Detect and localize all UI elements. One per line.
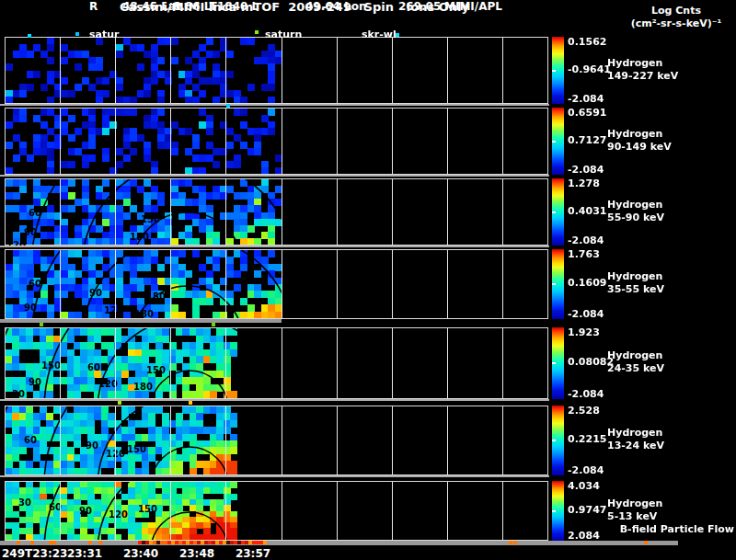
data-marker — [255, 30, 259, 34]
grid-line — [60, 109, 61, 174]
grid-line — [170, 38, 171, 103]
contour-label: 60 — [24, 436, 37, 445]
colorbar-mid-tick — [552, 362, 556, 364]
species-name: Hydrogen — [607, 128, 672, 141]
ephemeris-token: 1840 L — [217, 0, 259, 13]
bfield-note: B-field Particle Flow — [552, 523, 734, 535]
contour-label: 180 — [130, 233, 149, 242]
spectrogram-panel — [5, 37, 548, 104]
species-label: Hydrogen35-55 keV — [607, 270, 664, 296]
grid-line — [282, 109, 282, 174]
colorbar-min-label: -2.084 — [568, 388, 604, 400]
spectrogram-panel: 6090120150 — [5, 406, 548, 475]
grid-line — [502, 250, 503, 318]
species-label: Hydrogen5-13 keV — [607, 497, 662, 523]
bottom-bar-marker — [513, 541, 517, 544]
event-annotation: skr-wl — [362, 29, 397, 40]
contour-label: 90 — [86, 441, 98, 451]
contour-label: 150 — [127, 445, 146, 454]
colorbar-min-label: -2.084 — [568, 164, 604, 176]
contour-label: 180 — [133, 383, 153, 392]
colorbar-mid-label: 0.9747 — [568, 504, 606, 516]
separator-bar — [0, 104, 549, 106]
grid-line — [282, 406, 282, 474]
pitch-angle-contours — [6, 328, 237, 398]
grid-line — [170, 482, 171, 540]
grid-line — [282, 179, 282, 245]
bottom-bar-marker — [30, 541, 34, 544]
grid-line — [447, 406, 448, 474]
contour-label: 30 — [12, 390, 25, 399]
colorbar-mid-tick — [552, 211, 556, 213]
colorbar-mid-label: 0.7127 — [568, 134, 606, 146]
pitch-angle-contours — [6, 406, 237, 474]
contour-label: 30 — [18, 498, 31, 508]
energy-label: 13-24 keV — [607, 440, 664, 452]
grid-line — [115, 109, 116, 174]
grid-line — [170, 406, 171, 474]
energy-label: 35-55 keV — [607, 283, 664, 296]
energy-label: 149-227 keV — [607, 70, 678, 83]
grid-line — [502, 328, 503, 398]
colorbar-min-label: -2.084 — [568, 464, 604, 476]
species-name: Hydrogen — [607, 349, 664, 362]
energy-label: 90-149 keV — [607, 141, 672, 154]
grid-line — [225, 38, 226, 103]
grid-line — [447, 179, 448, 245]
colorbar-max-label: 1.763 — [568, 248, 600, 260]
grid-line — [392, 109, 393, 174]
grid-line — [170, 328, 171, 398]
time-axis-label: 249T23:23 — [2, 547, 67, 560]
grid-line — [337, 179, 338, 245]
grid-line — [392, 406, 393, 474]
contour-label: 150 — [146, 292, 166, 302]
data-marker — [226, 104, 230, 108]
grid-line — [225, 109, 226, 174]
colorbar-mid-tick — [552, 283, 556, 285]
grid-line — [282, 250, 282, 318]
contour-label: 180 — [134, 310, 154, 319]
grid-line — [170, 179, 171, 245]
grid-line — [392, 328, 393, 398]
colorbar-mid-label: 0.2215 — [568, 433, 606, 445]
grid-line — [337, 406, 338, 474]
separator-bar — [0, 475, 549, 477]
energy-label: 55-90 keV — [607, 211, 664, 224]
colorbar-mid-label: 0.4031 — [568, 205, 606, 217]
grid-line — [282, 482, 282, 540]
species-name: Hydrogen — [607, 57, 678, 70]
contour-label: 120 — [109, 510, 128, 520]
species-name: Hydrogen — [607, 199, 664, 211]
spectrogram-canvas[interactable] — [6, 38, 282, 103]
contour-label: 120 — [104, 306, 123, 315]
contour-label: 150 — [41, 361, 61, 371]
grid-line — [502, 38, 503, 103]
spectrogram-panel — [5, 108, 548, 175]
grid-line — [115, 250, 116, 318]
separator-bar — [0, 246, 549, 247]
colorbar-min-label: -2.084 — [568, 234, 604, 246]
ephemeris-token: MIMI/APL — [444, 0, 502, 13]
time-axis-label: 23:57 — [230, 547, 276, 560]
species-name: Hydrogen — [607, 270, 664, 283]
grid-line — [115, 38, 116, 103]
spectrogram-canvas[interactable] — [6, 109, 282, 174]
grid-line — [282, 328, 282, 398]
grid-line — [115, 406, 116, 474]
contour-label: 90 — [89, 289, 102, 298]
data-marker — [40, 323, 43, 326]
time-axis-label: 23:48 — [174, 547, 220, 560]
contour-label: 90 — [24, 303, 37, 313]
grid-line — [60, 38, 61, 103]
time-axis-label: 23:40 — [118, 547, 164, 560]
species-label: Hydrogen55-90 keV — [607, 199, 664, 224]
grid-line — [282, 38, 282, 103]
contour-label: 90 — [79, 507, 92, 516]
spectrogram-panel: 150903060120150180 — [5, 327, 548, 399]
ephemeris-readout: R48.46 Lat8.86 LT1840 L49.64 Lon269.05MI… — [0, 0, 589, 13]
colorbar-max-label: 0.6591 — [568, 107, 606, 119]
colorbar-mid-tick — [552, 141, 556, 143]
energy-label: 24-35 keV — [607, 362, 664, 375]
bottom-bar-marker — [17, 541, 20, 544]
grid-line — [225, 250, 226, 318]
